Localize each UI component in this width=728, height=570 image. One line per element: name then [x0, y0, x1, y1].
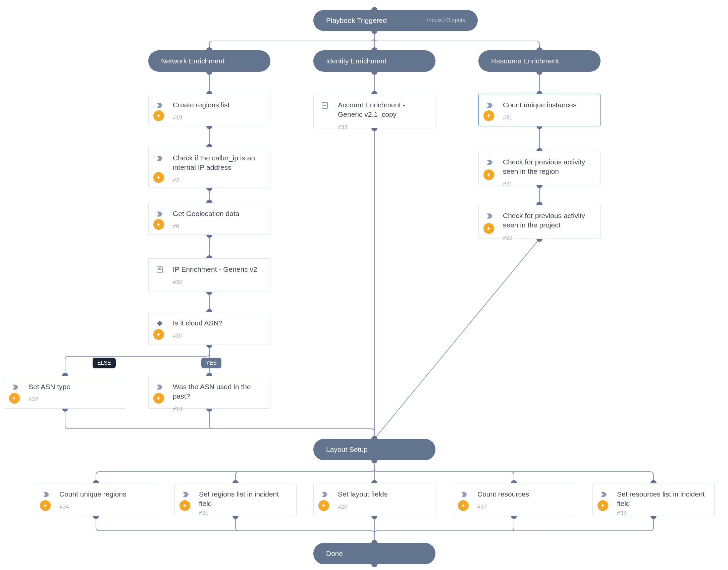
task-set-resources-list[interactable]: Set resources list in incident field #38	[592, 483, 715, 516]
task-title: Check for previous activity seen in the …	[503, 157, 593, 176]
bolt-icon	[458, 500, 469, 511]
task-title: Was the ASN used in the past?	[173, 382, 263, 401]
task-get-geolocation[interactable]: Get Geolocation data #6	[148, 203, 270, 235]
chevron-icon	[155, 210, 164, 218]
chevron-icon	[155, 101, 164, 110]
chevron-icon	[460, 490, 469, 499]
task-prev-activity-project[interactable]: Check for previous activity seen in the …	[478, 205, 601, 239]
bolt-icon	[597, 500, 608, 511]
playbook-flow-canvas[interactable]: Playbook Triggered Inputs / Outputs Netw…	[0, 0, 728, 570]
task-account-enrichment[interactable]: Account Enrichment - Generic v2.1_copy #…	[313, 94, 435, 128]
chevron-icon	[320, 490, 329, 499]
branch-label-else: ELSE	[93, 358, 116, 368]
task-title: Account Enrichment - Generic v2.1_copy	[338, 100, 428, 119]
task-id: #31	[503, 114, 593, 121]
chevron-icon	[155, 154, 164, 163]
task-title: Set layout fields	[338, 489, 428, 499]
task-id: #2	[173, 177, 263, 184]
section-layout-setup[interactable]: Layout Setup	[313, 439, 435, 460]
task-title: Set resources list in incident field	[617, 489, 708, 509]
task-id: #32	[29, 396, 119, 403]
task-title: Count unique instances	[503, 100, 593, 110]
bolt-icon	[179, 500, 190, 511]
task-title: Create regions list	[173, 100, 263, 110]
task-title: Set regions list in incident field	[199, 489, 290, 509]
task-set-asn-type[interactable]: Set ASN type #32	[4, 376, 126, 409]
section-identity-label: Identity Enrichment	[326, 57, 386, 65]
section-resource[interactable]: Resource Enrichment	[478, 50, 601, 72]
section-network-label: Network Enrichment	[161, 57, 224, 65]
section-resource-label: Resource Enrichment	[491, 57, 559, 65]
bolt-icon	[483, 169, 494, 180]
task-count-resources[interactable]: Count resources #37	[453, 483, 575, 516]
trigger-title: Playbook Triggered	[326, 16, 387, 24]
bolt-icon	[153, 393, 164, 404]
task-title: Set ASN type	[29, 382, 119, 392]
task-set-layout-fields[interactable]: Set layout fields #20	[313, 483, 435, 516]
task-title: Count unique regions	[59, 489, 150, 499]
task-prev-activity-region[interactable]: Check for previous activity seen in the …	[478, 151, 601, 185]
task-id: #14	[173, 406, 263, 413]
bolt-icon	[318, 500, 329, 511]
bolt-icon	[483, 110, 494, 121]
bolt-icon	[153, 110, 164, 121]
task-title: Check for previous activity seen in the …	[503, 211, 593, 230]
trigger-io-link[interactable]: Inputs / Outputs	[427, 17, 465, 23]
chevron-icon	[485, 212, 494, 220]
task-check-caller-ip[interactable]: Check if the caller_ip is an internal IP…	[148, 147, 270, 188]
bolt-icon	[483, 223, 494, 234]
book-icon	[320, 101, 329, 110]
section-done-label: Done	[326, 550, 343, 558]
task-id: #6	[173, 223, 263, 230]
task-id: #35	[199, 510, 290, 517]
task-create-regions-list[interactable]: Create regions list #19	[148, 94, 270, 126]
chevron-icon	[485, 158, 494, 167]
task-is-cloud-asn[interactable]: Is it cloud ASN? #10	[148, 312, 270, 345]
task-id: #19	[173, 114, 263, 121]
task-id: #21	[503, 181, 593, 188]
task-title: Get Geolocation data	[173, 209, 263, 218]
chevron-icon	[11, 383, 20, 392]
task-set-regions-list[interactable]: Set regions list in incident field #35	[174, 483, 297, 516]
trigger-node[interactable]: Playbook Triggered Inputs / Outputs	[313, 10, 478, 31]
task-title: Is it cloud ASN?	[173, 318, 263, 328]
task-count-unique-instances[interactable]: Count unique instances #31	[478, 94, 601, 126]
task-title: Check if the caller_ip is an internal IP…	[173, 153, 263, 172]
chevron-icon	[42, 490, 51, 499]
section-network[interactable]: Network Enrichment	[148, 50, 270, 72]
section-identity[interactable]: Identity Enrichment	[313, 50, 435, 72]
chevron-icon	[155, 383, 164, 392]
task-was-asn-used[interactable]: Was the ASN used in the past? #14	[148, 376, 270, 409]
bolt-icon	[153, 172, 164, 183]
section-done[interactable]: Done	[313, 543, 435, 564]
chevron-icon	[181, 490, 190, 499]
bolt-icon	[153, 329, 164, 340]
task-title: Count resources	[477, 489, 568, 499]
bolt-icon	[153, 219, 164, 230]
chevron-icon	[600, 490, 608, 499]
task-id: #37	[477, 504, 568, 510]
task-id: #30	[173, 279, 263, 286]
task-ip-enrichment[interactable]: IP Enrichment - Generic v2 #30	[148, 258, 270, 292]
bolt-icon	[9, 393, 20, 404]
chevron-icon	[485, 101, 494, 110]
task-id: #33	[338, 124, 428, 131]
task-title: IP Enrichment - Generic v2	[173, 265, 263, 274]
branch-label-yes: YES	[201, 358, 221, 368]
task-id: #10	[173, 332, 263, 339]
task-id: #20	[338, 504, 428, 510]
bolt-icon	[40, 500, 51, 511]
task-count-unique-regions[interactable]: Count unique regions #34	[35, 483, 157, 516]
task-id: #22	[503, 235, 593, 242]
book-icon	[155, 265, 164, 274]
section-layout-label: Layout Setup	[326, 446, 368, 454]
task-id: #38	[617, 510, 708, 517]
diamond-icon	[155, 319, 164, 328]
task-id: #34	[59, 504, 150, 510]
